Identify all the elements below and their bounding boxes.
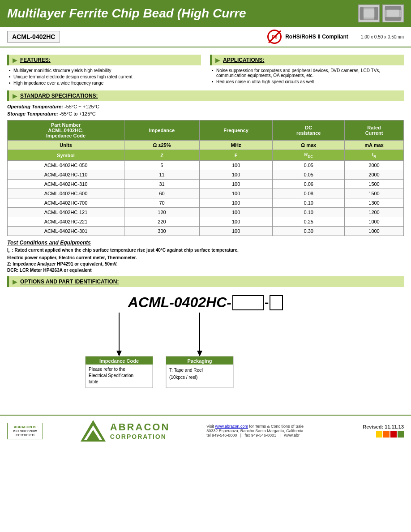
dimensions-text: 1.00 x 0.50 x 0.50mm	[361, 34, 404, 39]
applications-list: Noise suppression for computers and peri…	[210, 68, 404, 84]
part-number: ACML-0402HC	[7, 31, 60, 43]
units-col5: mA max	[345, 141, 404, 150]
main-content: ▶ FEATURES: Multilayer monlithic structu…	[0, 47, 411, 406]
svg-rect-1	[360, 7, 364, 20]
abracon-logo-icon	[80, 419, 107, 442]
row6-col3: 100	[199, 208, 272, 217]
row7-col2: 220	[124, 217, 200, 227]
test-line-3: Z: Impedance Analyzer HP4291 or equivale…	[7, 262, 404, 266]
test-conditions-title: Test Conditions and Equipments	[7, 240, 404, 246]
row5-col3: 100	[199, 198, 272, 208]
row8-col3: 100	[199, 227, 272, 236]
logo-text: ABRACON CORPORATION	[110, 421, 170, 440]
units-col3: MHz	[199, 141, 272, 150]
logo-company-sub: CORPORATION	[110, 433, 170, 440]
features-arrow-icon: ▶	[13, 56, 17, 64]
svg-rect-5	[385, 6, 401, 10]
svg-rect-3	[364, 9, 374, 18]
row3-col1: ACML-0402HC-310	[8, 180, 124, 189]
row4-col4: 0.08	[273, 189, 345, 198]
row6-col5: 1200	[345, 208, 404, 217]
rohs-section: Pb RoHS/RoHS II Compliant 1.00 x 0.50 x …	[267, 30, 404, 44]
row7-col5: 1000	[345, 217, 404, 227]
features-label: FEATURES:	[20, 57, 51, 63]
col2-header: Impedance	[124, 120, 200, 141]
packaging-input-box	[270, 295, 283, 310]
storage-temp-value: -55°C to +125°C	[60, 111, 96, 116]
row4-col3: 100	[199, 189, 272, 198]
row8-col2: 300	[124, 227, 200, 236]
applications-arrow-icon: ▶	[215, 56, 220, 64]
row5-col1: ACML-0402HC-700	[8, 198, 124, 208]
operating-temp-value: -55°C ~ +125°C	[64, 104, 99, 109]
row5-col2: 70	[124, 198, 200, 208]
svg-marker-9	[116, 351, 122, 356]
row2-col4: 0.05	[273, 170, 345, 180]
footer-visit-label: Visit	[206, 424, 214, 429]
row3-col2: 31	[124, 180, 200, 189]
footer-web2: www.abr	[284, 433, 300, 438]
color-green	[398, 431, 404, 438]
row4-col5: 1500	[345, 189, 404, 198]
applications-header: ▶ APPLICATIONS:	[210, 55, 404, 65]
svg-text:Electrical Specification: Electrical Specification	[89, 373, 133, 378]
row6-col1: ACML-0402HC-121	[8, 208, 124, 217]
options-arrow-icon: ▶	[13, 278, 17, 285]
part-id-base: ACML-0402HC-	[128, 294, 231, 311]
footer-address: 30332 Esperanza, Rancho Santa Margarita,…	[206, 429, 355, 433]
symbol-col1: Symbol	[8, 150, 124, 161]
symbol-col3: F	[199, 150, 272, 161]
footer-terms-label: for Terms & Conditions of Sale	[249, 424, 304, 429]
applications-label: APPLICATIONS:	[223, 57, 264, 63]
row8-col1: ACML-0402HC-301	[8, 227, 124, 236]
applications-col: ▶ APPLICATIONS: Noise suppression for co…	[210, 51, 404, 87]
row1-col4: 0.05	[273, 161, 345, 170]
test-conditions: Test Conditions and Equipments IF : Rate…	[7, 240, 404, 273]
page-title: Multilayer Ferrite Chip Bead (High Curre	[7, 6, 246, 21]
cert-line1: ABRACON IS	[9, 425, 41, 429]
feature-item-1: Multilayer monlithic structure yields hi…	[9, 68, 201, 73]
svg-text:T: Tape and Reel: T: Tape and Reel	[169, 368, 203, 373]
cert-line2: ISO 9001:2005	[9, 429, 41, 433]
test-line-4: DCR: LCR Meter HP4263A or equivalent	[7, 268, 404, 273]
footer-website: www.abracon.com	[215, 424, 248, 429]
row1-col3: 100	[199, 161, 272, 170]
row7-col1: ACML-0402HC-221	[8, 217, 124, 227]
row3-col3: 100	[199, 180, 272, 189]
row1-col5: 2000	[345, 161, 404, 170]
col1-header: Part NumberACML-0402HC-Impedance Code	[8, 120, 124, 141]
cert-line3: CERTIFIED	[9, 433, 41, 437]
features-applications: ▶ FEATURES: Multilayer monlithic structu…	[7, 51, 404, 87]
row4-col1: ACML-0402HC-600	[8, 189, 124, 198]
storage-temp-label: Storage Temperature:	[7, 111, 58, 116]
row5-col4: 0.10	[273, 198, 345, 208]
color-yellow	[376, 431, 382, 438]
svg-marker-11	[197, 351, 202, 356]
row6-col4: 0.10	[273, 208, 345, 217]
row4-col2: 60	[124, 189, 200, 198]
footer-revised: Revised: 11.11.13	[363, 424, 404, 429]
row2-col5: 2000	[345, 170, 404, 180]
row1-col1: ACML-0402HC-050	[8, 161, 124, 170]
footer: ABRACON IS ISO 9001:2005 CERTIFIED ABRAC…	[0, 415, 411, 446]
table-row: ACML-0402HC-050 5 100 0.05 2000	[8, 161, 404, 170]
row8-col5: 1000	[345, 227, 404, 236]
units-col4: Ω max	[273, 141, 345, 150]
rohs-text: RoHS/RoHS II Compliant	[285, 34, 348, 40]
footer-right: Revised: 11.11.13	[363, 424, 404, 438]
features-header: ▶ FEATURES:	[7, 55, 201, 65]
svg-text:Impedance Code: Impedance Code	[99, 358, 139, 364]
row3-col5: 1500	[345, 180, 404, 189]
table-row: ACML-0402HC-600 60 100 0.08 1500	[8, 189, 404, 198]
storage-temp-row: Storage Temperature: -55°C to +125°C	[7, 111, 404, 116]
chip-image-1	[358, 4, 380, 22]
spec-table: Part NumberACML-0402HC-Impedance Code Im…	[7, 120, 404, 236]
units-col2: Ω ±25%	[124, 141, 200, 150]
options-label: OPTIONS AND PART IDENTIFICATION:	[20, 279, 119, 285]
units-col1: Units	[8, 141, 124, 150]
row2-col3: 100	[199, 170, 272, 180]
options-section: ▶ OPTIONS AND PART IDENTIFICATION: ACML-…	[7, 276, 404, 402]
table-row: ACML-0402HC-301 300 100 0.30 1000	[8, 227, 404, 236]
test-line-1: IF : Rated current applied when the chip…	[7, 248, 404, 254]
arrow-diagram: Impedance Code Please refer to the Elect…	[7, 313, 404, 402]
